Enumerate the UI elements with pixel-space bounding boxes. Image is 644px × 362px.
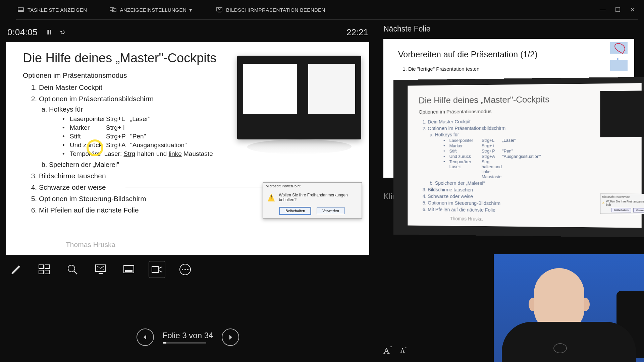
minimize-button[interactable]: — [600,6,606,13]
photo-slide-title: Die Hilfe deines „Master"-Cockpits [419,94,630,106]
pause-timer-button[interactable] [46,27,52,38]
svg-rect-12 [39,270,44,274]
next-slide-button[interactable] [222,328,239,346]
svg-point-23 [184,269,186,270]
current-slide[interactable]: Die Hilfe deines „Master"-Cockpits Optio… [6,42,369,255]
font-size-controls: A˄ A˅ [383,346,407,356]
next-slide-title: Vorbereiten auf die Präsentation (1/2) [398,50,620,59]
svg-point-22 [182,269,183,270]
end-slideshow-button[interactable]: BILDSCHIRMPRÄSENTATION BEENDEN [205,6,337,13]
svg-rect-8 [48,30,49,35]
powerpoint-dialog: Microsoft PowerPoint Wollen Sie Ihre Fre… [263,182,362,219]
slide-embedded-screenshot [237,56,361,139]
slide-progress [163,342,206,344]
leader-line [125,187,263,187]
webcam-feed[interactable] [494,254,644,362]
svg-point-14 [68,265,75,272]
reset-timer-button[interactable] [60,27,66,38]
display-settings-label: ANZEIGEEINSTELLUNGEN ▼ [120,7,193,13]
elapsed-time: 0:04:05 [7,27,38,38]
increase-font-button[interactable]: A˄ [383,346,392,356]
taskbar-icon [17,6,24,13]
svg-point-24 [187,269,189,270]
slide-author: Thomas Hruska [66,241,115,249]
slide-navigation: Folie 3 von 34 [6,328,370,362]
restore-button[interactable]: ❐ [615,6,621,13]
next-slide-annotation: ⇩ [607,42,631,69]
svg-rect-16 [96,265,106,272]
slide-counter: Folie 3 von 34 [163,331,213,340]
more-options-button[interactable] [177,261,193,278]
svg-rect-20 [152,266,159,273]
slide-tools [6,255,370,284]
close-button[interactable]: ✕ [630,6,635,13]
svg-rect-11 [45,265,50,268]
monitor-photo-overlay: Die Hilfe deines „Master"-Cockpits Optio… [393,77,644,237]
svg-rect-9 [50,30,51,35]
display-settings-button[interactable]: ANZEIGEEINSTELLUNGEN ▼ [98,6,205,13]
list-item: Speichern der „Malerei" [49,161,353,169]
camera-button[interactable] [149,261,165,278]
timer-row: 0:04:05 22:21 [6,26,370,42]
svg-rect-19 [125,270,132,272]
show-taskbar-label: TASKLEISTE ANZEIGEN [28,7,87,13]
decrease-font-button[interactable]: A˅ [400,347,407,357]
warning-icon [268,193,275,201]
dialog-title: Microsoft PowerPoint [263,183,362,189]
menubar: TASKLEISTE ANZEIGEN ANZEIGEEINSTELLUNGEN… [0,0,644,19]
photo-slide-subtitle: Optionen im Präsentationsmodus [419,108,630,115]
clock-time: 22:21 [346,27,368,38]
display-settings-icon [110,6,116,13]
subtitle-button[interactable] [121,261,137,278]
svg-line-15 [74,271,77,274]
show-taskbar-button[interactable]: TASKLEISTE ANZEIGEN [6,6,98,13]
svg-rect-13 [45,270,50,274]
see-all-slides-button[interactable] [36,261,52,278]
dialog-message: Wollen Sie Ihre Freihandanmerkungen beha… [279,193,357,202]
svg-rect-10 [39,265,44,268]
end-slideshow-icon [216,6,223,13]
pen-tool-button[interactable] [8,261,24,278]
zoom-tool-button[interactable] [64,261,80,278]
end-slideshow-label: BILDSCHIRMPRÄSENTATION BEENDEN [226,7,325,13]
list-item: Die "fertige" Präsentation testen [408,66,620,72]
discard-button[interactable]: Verwerfen [317,207,345,214]
list-item: Bildschirme tauschen [39,172,353,180]
next-slide-heading: Nächste Folie [383,24,644,34]
keep-button[interactable]: Beibehalten [280,207,311,214]
presenter-left-pane: 0:04:05 22:21 Die Hilfe deines „Master"-… [0,20,376,362]
prev-slide-button[interactable] [137,328,154,346]
svg-rect-1 [18,10,23,12]
window-controls: — ❐ ✕ [600,6,638,13]
black-screen-button[interactable] [93,261,109,278]
